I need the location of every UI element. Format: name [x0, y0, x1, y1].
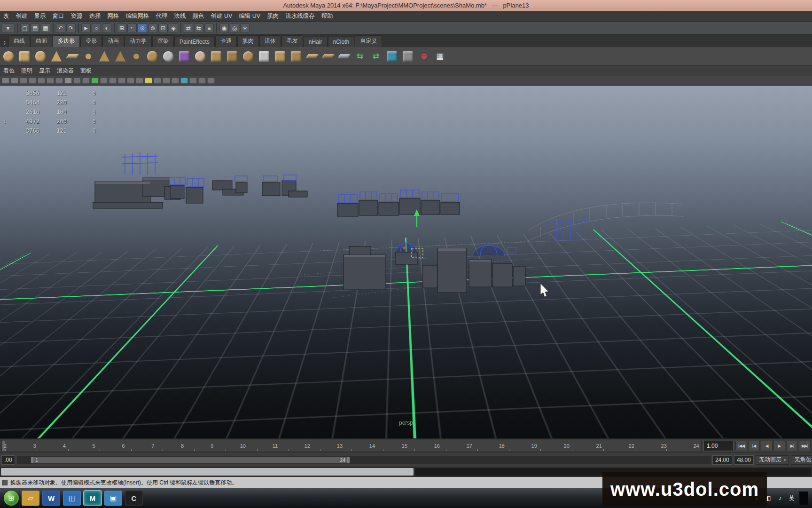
step-forward-frame-button[interactable]: ▶| — [786, 441, 798, 451]
lock-camera-icon[interactable] — [11, 78, 18, 84]
menu-item[interactable]: 编辑 UV — [235, 11, 264, 21]
new-scene-icon[interactable]: ▢ — [20, 24, 30, 33]
shelf-tab[interactable]: nCloth — [328, 37, 355, 47]
shelf-tab[interactable]: 渲染 — [152, 35, 174, 47]
title-bar[interactable]: Autodesk Maya 2014 x64: F:\MayaProject\M… — [0, 0, 812, 11]
poly-pyramid-icon[interactable] — [113, 48, 128, 64]
step-back-frame-button[interactable]: |◀ — [748, 441, 760, 451]
construction-history-icon[interactable]: ≡ — [204, 24, 214, 33]
isolate-select-icon[interactable] — [207, 78, 215, 84]
render-settings-icon[interactable]: ∗ — [240, 24, 250, 33]
menu-item[interactable]: 代理 — [153, 11, 171, 21]
boolean-union-icon[interactable] — [241, 48, 256, 64]
save-scene-icon[interactable]: ▦ — [41, 24, 50, 33]
smooth-icon[interactable] — [257, 48, 272, 64]
poly-prism-icon[interactable] — [97, 48, 112, 64]
bridge-icon[interactable] — [304, 48, 320, 64]
shelf-tab[interactable]: 变形 — [80, 35, 102, 47]
poly-cylinder-icon[interactable] — [33, 48, 48, 64]
snap-to-projected-center-icon[interactable]: ⊚ — [148, 24, 157, 33]
start-button[interactable]: ⊞ — [4, 491, 19, 506]
playback-start-field[interactable]: .00 — [1, 455, 15, 465]
taskbar-item-word[interactable]: W — [42, 491, 60, 506]
poly-sphere-icon[interactable] — [1, 48, 16, 64]
safe-title-icon[interactable] — [118, 78, 125, 84]
use-all-lights-icon[interactable] — [154, 78, 161, 84]
output-connections-icon[interactable]: ⇆ — [194, 24, 203, 33]
timeline-scrub-area[interactable]: 23456789101112131415161718192021222324 — [1, 440, 702, 452]
make-live-icon[interactable]: ◈ — [169, 24, 178, 33]
go-to-playback-start-button[interactable]: |◀◀ — [735, 441, 747, 451]
sculpt-geometry-icon[interactable] — [193, 48, 208, 64]
taskbar-item-photos[interactable]: ▣ — [104, 491, 122, 506]
resolution-gate-icon[interactable] — [82, 78, 90, 84]
shelf-menu-arrows-icon[interactable]: ▴▾ — [1, 39, 8, 47]
menu-item[interactable]: 颜色 — [189, 11, 208, 21]
shelf-tab[interactable]: 曲面 — [31, 35, 52, 47]
taskbar-item-media[interactable]: C — [125, 491, 143, 506]
ime-language-indicator[interactable]: 英 — [787, 493, 796, 503]
animation-end-field[interactable]: 48.00 — [734, 455, 754, 465]
grease-pencil-icon[interactable] — [55, 78, 63, 84]
snap-to-view-plane-icon[interactable]: ⊡ — [158, 24, 168, 33]
menu-item[interactable]: 选择 — [86, 11, 104, 21]
taskbar-item-explorer[interactable]: ◫ — [63, 491, 81, 506]
go-to-playback-end-button[interactable]: ▶▶| — [799, 441, 811, 451]
quad-draw-icon[interactable] — [384, 48, 399, 64]
gate-mask-icon[interactable] — [91, 78, 99, 84]
image-plane-icon[interactable] — [38, 78, 45, 84]
panel-menu-item[interactable]: 着色 — [0, 66, 18, 76]
safe-action-icon[interactable] — [109, 78, 117, 84]
range-slider-track[interactable]: 1 24 — [17, 456, 710, 464]
menu-item[interactable]: 流水线缓存 — [282, 11, 318, 21]
poly-torus-icon[interactable] — [81, 48, 96, 64]
character-set-dropdown[interactable]: 无角色集 ▾ — [791, 455, 812, 465]
shelf-tab[interactable]: 动力学 — [125, 35, 152, 47]
append-to-polygon-icon[interactable] — [320, 48, 336, 64]
multi-cut-icon[interactable]: ▦ — [432, 48, 447, 64]
play-backwards-button[interactable]: ◀ — [761, 441, 773, 451]
2d-pan-zoom-icon[interactable] — [47, 78, 54, 84]
shelf-tab[interactable]: 自定义 — [355, 35, 382, 47]
multisample-aa-icon[interactable] — [189, 78, 197, 84]
bookmarks-icon[interactable] — [29, 78, 36, 84]
panel-menu-item[interactable]: 渲染器 — [54, 66, 77, 76]
menu-item[interactable]: 改 — [0, 11, 13, 21]
open-scene-icon[interactable]: ▤ — [31, 24, 40, 33]
poly-cone-icon[interactable] — [49, 48, 64, 64]
tray-volume-icon[interactable]: ♪ — [775, 493, 785, 503]
shelf-tab[interactable]: 流体 — [259, 35, 281, 47]
menu-set-selector[interactable]: ▾ — [1, 24, 15, 33]
playback-end-field[interactable]: 24.00 — [712, 455, 732, 465]
shelf-tab[interactable]: nHair — [304, 37, 328, 47]
snap-to-grid-icon[interactable]: ⊞ — [117, 24, 126, 33]
poly-cube-icon[interactable] — [17, 48, 32, 64]
mirror-geometry-icon[interactable]: ⇆ — [352, 48, 367, 64]
anim-layer-dropdown[interactable]: 无动画层 ▾ — [756, 455, 789, 465]
crease-tool-icon[interactable] — [400, 48, 415, 64]
ipr-render-icon[interactable]: ◎ — [230, 24, 239, 33]
playback-range-bar[interactable]: 1 24 — [31, 457, 350, 463]
show-desktop-button[interactable] — [799, 491, 808, 505]
wireframe-terrain-right[interactable] — [528, 202, 684, 241]
shelf-tab[interactable]: 多边形 — [53, 35, 80, 47]
menu-item[interactable]: 编辑网格 — [123, 11, 153, 21]
shadows-toggle-icon[interactable] — [163, 78, 170, 84]
shelf-tab[interactable]: 肌肉 — [237, 35, 259, 47]
menu-item[interactable]: 网格 — [104, 11, 123, 21]
shelf-tab[interactable]: PaintEffects — [174, 37, 215, 47]
wireframe-mode-icon[interactable] — [127, 78, 134, 84]
shelf-tab[interactable]: 曲线 — [8, 35, 30, 47]
undo-icon[interactable]: ↶ — [56, 24, 65, 33]
field-chart-icon[interactable] — [100, 78, 108, 84]
shelf-tab[interactable]: 卡通 — [215, 35, 237, 47]
render-current-frame-icon[interactable]: ◉ — [219, 24, 229, 33]
current-frame-field[interactable]: 1.00 — [703, 441, 734, 451]
menu-item[interactable]: 帮助 — [318, 11, 336, 21]
bevel-icon[interactable] — [289, 48, 304, 64]
panel-menu-item[interactable]: 显示 — [36, 66, 54, 76]
buildings[interactable] — [93, 178, 525, 293]
motion-blur-icon[interactable] — [180, 78, 188, 84]
input-connections-icon[interactable]: ⇄ — [184, 24, 193, 33]
menu-item[interactable]: 资源 — [68, 11, 86, 21]
